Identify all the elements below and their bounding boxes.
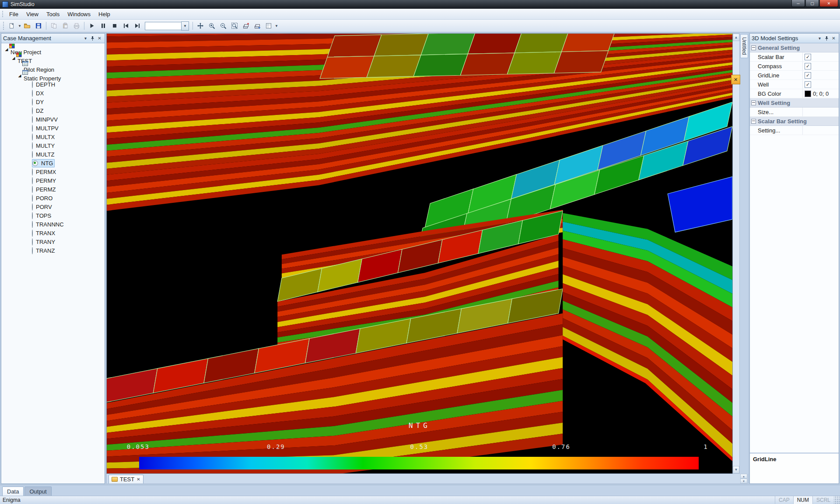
untitled-autohide-tab[interactable]: Untitled (740, 34, 748, 58)
tree-item-tranx[interactable]: TRANX (1, 229, 105, 237)
reservoir-model-render[interactable] (107, 34, 732, 473)
tree-item-permz[interactable]: PERMZ (1, 185, 105, 194)
tree-item-dx[interactable]: DX (1, 89, 105, 97)
tree-item-multpv[interactable]: MULTPV (1, 124, 105, 132)
bottom-tab-data[interactable]: Data (2, 487, 24, 496)
chevron-down-icon[interactable]: ▾ (82, 35, 89, 42)
toolbar-pan-button[interactable] (195, 21, 206, 31)
toolbar-view-cube-button[interactable] (263, 21, 274, 31)
menu-help[interactable]: Help (94, 10, 114, 19)
tree-item-permx[interactable]: PERMX (1, 167, 105, 176)
tree-item-multx[interactable]: MULTX (1, 132, 105, 141)
scroll-up-arrow[interactable]: ▲ (733, 34, 739, 41)
toolbar-stop-button[interactable] (109, 21, 120, 31)
toolbar-step-forward-button[interactable] (132, 21, 143, 31)
tree-expand-arrow[interactable]: ◢ (11, 56, 16, 60)
tree-expand-arrow[interactable]: ◢ (4, 47, 9, 52)
toolbar-step-back-button[interactable] (120, 21, 132, 31)
color-swatch[interactable] (805, 90, 811, 97)
minimize-button[interactable]: ─ (791, 0, 805, 7)
reservoir-3d-view[interactable]: NTG 0.0530.290.530.761 (106, 33, 733, 474)
toolbar-paste-button[interactable] (60, 21, 71, 31)
tree-item-dz[interactable]: DZ (1, 106, 105, 115)
property-row-compass[interactable]: Compass✓ (750, 62, 839, 71)
menu-view[interactable]: View (22, 10, 42, 19)
tab-scroll-down[interactable]: ▼ (740, 479, 747, 483)
checkbox-checked[interactable]: ✓ (805, 72, 811, 79)
flyout-close-button[interactable]: ✕ (731, 75, 740, 84)
collapse-icon[interactable] (751, 119, 756, 124)
toolbar-new-button[interactable] (6, 21, 18, 31)
bottom-tab-output[interactable]: Output (24, 487, 51, 496)
property-radio-unselected[interactable] (32, 203, 33, 211)
tree-item-tranz[interactable]: TRANZ (1, 246, 105, 255)
property-radio-unselected[interactable] (32, 116, 33, 123)
checkbox-checked[interactable]: ✓ (805, 81, 811, 88)
tree-item-poro[interactable]: PORO (1, 194, 105, 202)
property-row-scalar-bar[interactable]: Scalar Bar✓ (750, 52, 839, 62)
tab-close-icon[interactable]: ✕ (136, 477, 140, 482)
group-scalar-bar-setting[interactable]: Scalar Bar Setting (750, 117, 839, 126)
viewport-vscrollbar[interactable]: ▲ ▼ (733, 33, 740, 474)
tree-item-permy[interactable]: PERMY (1, 176, 105, 185)
property-radio-unselected[interactable] (32, 186, 33, 193)
collapse-icon[interactable] (751, 45, 756, 50)
tree-item-static-property[interactable]: ◢Static Property (1, 71, 105, 80)
property-radio-unselected[interactable] (32, 221, 33, 228)
toolbar-save-button[interactable] (33, 21, 44, 31)
close-button[interactable]: ✕ (819, 0, 838, 7)
property-radio-unselected[interactable] (32, 142, 33, 149)
property-radio-unselected[interactable] (32, 177, 33, 184)
document-tab-test[interactable]: TEST ✕ (108, 475, 144, 483)
property-radio-unselected[interactable] (32, 98, 33, 106)
property-radio-unselected[interactable] (32, 81, 33, 88)
combobox-value[interactable] (145, 22, 181, 30)
toolbar-play-button[interactable] (86, 21, 98, 31)
toolbar-copy-button[interactable] (48, 21, 60, 31)
property-radio-selected[interactable] (32, 160, 38, 166)
tree-item-multy[interactable]: MULTY (1, 141, 105, 150)
property-radio-unselected[interactable] (32, 238, 33, 246)
property-radio-unselected[interactable] (32, 125, 33, 132)
property-row-well[interactable]: Well✓ (750, 80, 839, 89)
maximize-button[interactable]: ▢ (805, 0, 819, 7)
toolbar-zoom-in-button[interactable] (206, 21, 217, 31)
scroll-down-arrow[interactable]: ▼ (733, 466, 739, 473)
toolbar-open-button[interactable] (21, 21, 33, 31)
toolbar-combobox[interactable]: ▼ (145, 21, 189, 31)
pin-icon[interactable] (823, 35, 830, 42)
toolbar-print-button[interactable] (71, 21, 82, 31)
property-radio-unselected[interactable] (32, 212, 33, 219)
toolbar-view-cube-dropdown-arrow[interactable]: ▼ (275, 24, 278, 28)
tree-item-ntg[interactable]: NTG (1, 159, 105, 167)
toolbar-layer-down-button[interactable] (252, 21, 263, 31)
toolbar-zoom-window-button[interactable] (229, 21, 240, 31)
combobox-arrow-icon[interactable]: ▼ (181, 21, 189, 31)
toolbar-new-dropdown-arrow[interactable]: ▼ (18, 24, 21, 28)
tab-scroll-up[interactable]: ▲ (740, 474, 747, 479)
property-radio-unselected[interactable] (32, 90, 33, 97)
tree-item-tops[interactable]: TOPS (1, 211, 105, 220)
property-radio-unselected[interactable] (32, 151, 33, 158)
toolbar-layer-up-button[interactable] (240, 21, 252, 31)
property-radio-unselected[interactable] (32, 133, 33, 141)
group-well-setting[interactable]: Well Setting (750, 98, 839, 108)
menu-windows[interactable]: Windows (63, 10, 94, 19)
tree-item-trany[interactable]: TRANY (1, 237, 105, 246)
pin-icon[interactable] (89, 35, 96, 42)
property-row-gridline[interactable]: GridLine✓ (750, 71, 839, 80)
tree-item-porv[interactable]: PORV (1, 202, 105, 211)
tree-item-multz[interactable]: MULTZ (1, 150, 105, 159)
property-row-setting[interactable]: Setting... (750, 126, 839, 135)
toolbar-zoom-out-button[interactable] (217, 21, 229, 31)
checkbox-checked[interactable]: ✓ (805, 54, 811, 60)
property-radio-unselected[interactable] (32, 229, 33, 237)
menu-file[interactable]: File (5, 10, 22, 19)
property-radio-unselected[interactable] (32, 195, 33, 202)
tree-item-trannnc[interactable]: TRANNNC (1, 220, 105, 229)
resize-grip[interactable] (834, 496, 840, 504)
tree-item-dy[interactable]: DY (1, 97, 105, 106)
close-panel-icon[interactable]: ✕ (96, 35, 103, 42)
chevron-down-icon[interactable]: ▾ (816, 35, 823, 42)
checkbox-checked[interactable]: ✓ (805, 63, 811, 70)
